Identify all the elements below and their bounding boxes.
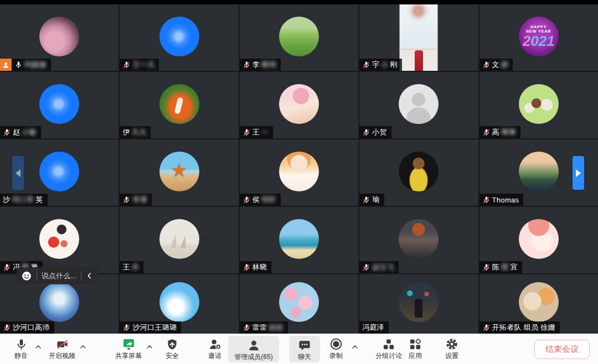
- mic-muted-icon: [362, 196, 370, 204]
- toolbar-item-chat[interactable]: 聊天: [289, 336, 320, 362]
- mic-muted-icon: [482, 128, 491, 137]
- chat-bubble-icon: [298, 338, 311, 352]
- avatar: [279, 17, 319, 56]
- participant-name: 凡凡: [132, 127, 147, 137]
- mic-muted-icon: [243, 128, 251, 137]
- end-meeting-button[interactable]: 结束会议: [534, 340, 590, 359]
- next-page-button[interactable]: [573, 156, 584, 190]
- participant-tile[interactable]: 王一: [240, 72, 358, 138]
- participant-tile[interactable]: HAPPYNEW YEAR2021文静: [480, 4, 598, 71]
- participant-name: 王: [252, 127, 260, 137]
- toolbar-item-share[interactable]: 共享屏幕: [112, 337, 145, 360]
- participant-name: 晓明: [261, 60, 276, 70]
- toolbar-item-security[interactable]: 安全: [159, 337, 185, 360]
- toolbar-item-invite[interactable]: 邀请: [200, 337, 229, 360]
- participant-name: 明轩: [261, 195, 276, 205]
- prev-page-button[interactable]: [12, 156, 24, 190]
- participant-name: 小敏: [22, 127, 37, 137]
- arrow-right-icon: [576, 169, 581, 177]
- avatar: [39, 152, 79, 191]
- participant-tile[interactable]: 王丹: [120, 207, 238, 273]
- participant-tile[interactable]: 赵云飞: [359, 207, 478, 273]
- toolbar-item-apps[interactable]: 应用: [402, 337, 429, 360]
- participant-tile[interactable]: 李倩: [120, 139, 238, 206]
- chevron-up-icon[interactable]: [79, 343, 87, 353]
- toolbar-item-label: 静音: [14, 352, 28, 360]
- participant-tile[interactable]: 李晓明: [240, 4, 358, 71]
- participant-name: 侯: [252, 195, 260, 205]
- person-icon: [248, 338, 260, 352]
- participant-tile[interactable]: 雷雷妞妞: [240, 274, 358, 334]
- toolbar-item-label: 聊天: [298, 353, 311, 361]
- avatar: [39, 219, 79, 259]
- participant-name: 一: [261, 127, 269, 137]
- toolbar-item-label: 设置: [445, 352, 458, 360]
- quick-chat-placeholder[interactable]: 说点什么...: [42, 271, 76, 281]
- participant-tile[interactable]: 瑜: [359, 139, 478, 206]
- chevron-up-icon[interactable]: [351, 343, 359, 353]
- toolbar-item-label: 安全: [166, 352, 179, 360]
- participant-tile[interactable]: 林晓: [240, 207, 358, 273]
- participant-name-label: 王丹: [120, 261, 143, 273]
- participant-name: 静: [501, 60, 508, 70]
- participant-name: 妞妞: [269, 323, 283, 332]
- collapse-chevron-left-icon[interactable]: [86, 272, 93, 279]
- participant-tile[interactable]: 赵小敏: [0, 72, 118, 138]
- participant-tile[interactable]: 玛丽娅: [0, 4, 118, 71]
- participant-tile[interactable]: 冯庭泽: [359, 274, 478, 334]
- participant-name-label: 沙河口高沛: [0, 321, 54, 334]
- participant-tile[interactable]: 侯明轩: [240, 139, 358, 206]
- toolbar-item-label: 邀请: [208, 352, 221, 360]
- participant-tile[interactable]: 宇小刚: [359, 4, 478, 71]
- participant-name-label: 王一凡: [120, 59, 159, 71]
- participant-name: 英: [35, 195, 43, 205]
- toolbar-item-manage[interactable]: 管理成员(65): [228, 336, 279, 362]
- mic-muted-icon: [122, 324, 131, 332]
- shield-icon: [166, 337, 178, 351]
- participant-tile[interactable]: 伊凡凡: [120, 72, 238, 138]
- avatar: [519, 152, 559, 191]
- avatar: [159, 84, 199, 124]
- participant-name: 陈: [492, 262, 499, 272]
- participant-tile[interactable]: 冯晓雅: [0, 207, 118, 273]
- video-off-icon: [55, 337, 69, 351]
- toolbar-item-mute[interactable]: 静音: [9, 337, 33, 360]
- participant-tile[interactable]: 高琳琳: [480, 72, 598, 138]
- toolbar-item-record[interactable]: 录制: [323, 337, 349, 360]
- chevron-up-icon[interactable]: [146, 343, 153, 353]
- participant-tile[interactable]: 开拓者队 组员 徐姗: [480, 274, 598, 334]
- toolbar-item-video[interactable]: 开启视频: [48, 337, 76, 360]
- window-top-bar: [0, 0, 598, 4]
- participant-name-label: 伊凡凡: [120, 126, 151, 138]
- avatar: [279, 84, 319, 124]
- participant-tile[interactable]: 小贺: [359, 72, 478, 138]
- participant-name: 李: [252, 60, 260, 70]
- chevron-up-icon[interactable]: [34, 343, 42, 353]
- participant-name: 沙: [3, 195, 10, 205]
- participant-name-label: 侯明轩: [240, 194, 281, 206]
- participant-tile[interactable]: 沙河口王璐璐: [120, 274, 238, 334]
- smiley-icon[interactable]: [21, 271, 32, 282]
- avatar: [39, 282, 79, 322]
- avatar: [519, 219, 559, 259]
- participant-name-label: 玛丽娅: [0, 59, 51, 71]
- participant-name: 雷雷: [252, 323, 267, 332]
- participant-tile[interactable]: 王一凡: [120, 4, 238, 71]
- share-screen-icon: [122, 337, 136, 351]
- toolbar-item-label: 管理成员(65): [234, 353, 272, 361]
- apps-icon: [409, 337, 422, 351]
- participant-name-label: 李倩: [120, 194, 152, 206]
- participant-name-label: 雷雷妞妞: [240, 321, 288, 334]
- mic-muted-icon: [243, 196, 251, 204]
- toolbar-item-settings[interactable]: 设置: [437, 337, 466, 360]
- breakout-icon: [382, 337, 395, 351]
- avatar: [159, 282, 199, 322]
- toolbar-item-label: 应用: [409, 352, 422, 360]
- host-badge-icon: [0, 59, 12, 71]
- participant-tile[interactable]: 陈雨宜: [480, 207, 598, 273]
- mic-muted-icon: [243, 61, 251, 69]
- quick-chat-bar[interactable]: 说点什么...: [17, 267, 99, 284]
- divider: [37, 271, 37, 281]
- mic-muted-icon: [482, 196, 491, 204]
- toolbar-item-label: 共享屏幕: [115, 352, 142, 360]
